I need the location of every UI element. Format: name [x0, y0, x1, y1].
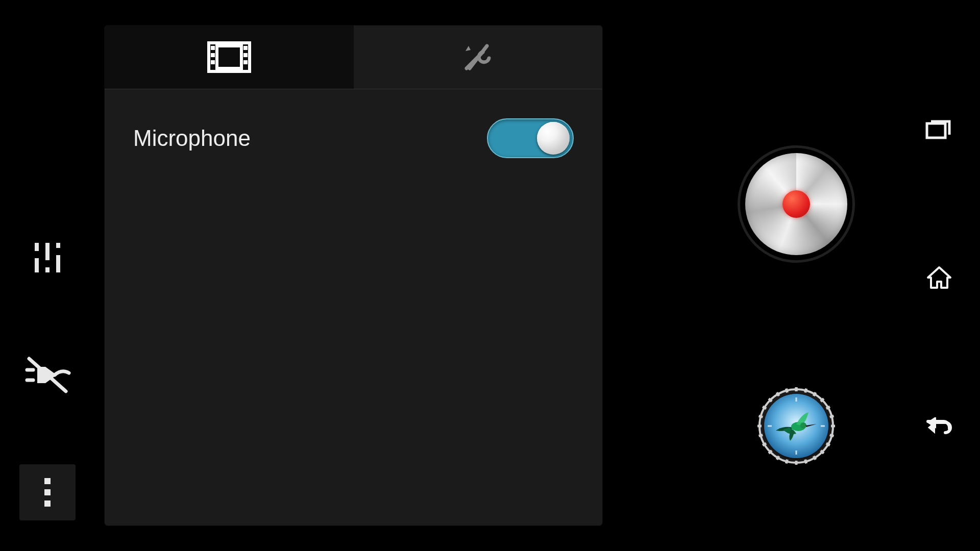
record-indicator-icon [782, 190, 810, 218]
svg-rect-17 [243, 46, 248, 50]
settings-list: Microphone [105, 89, 602, 187]
mode-switch-button[interactable] [755, 385, 837, 467]
mode-thumbnail [764, 394, 828, 458]
svg-line-43 [759, 416, 763, 417]
svg-line-31 [830, 435, 834, 436]
svg-rect-16 [211, 60, 215, 64]
svg-line-28 [826, 407, 830, 409]
recent-apps-button[interactable] [923, 112, 955, 145]
tab-video[interactable] [105, 26, 354, 89]
microphone-label: Microphone [133, 126, 251, 151]
left-quick-settings [19, 0, 76, 551]
record-button[interactable] [738, 145, 855, 263]
microphone-toggle[interactable] [487, 118, 574, 158]
flash-off-button[interactable] [19, 347, 76, 403]
tools-icon [459, 39, 496, 76]
settings-panel: Microphone [105, 26, 602, 525]
camera-app: Microphone [0, 0, 980, 551]
svg-rect-11 [44, 500, 51, 507]
svg-rect-55 [927, 123, 945, 138]
svg-line-41 [759, 435, 763, 436]
svg-rect-19 [243, 60, 248, 64]
svg-line-29 [830, 416, 834, 417]
home-button[interactable] [923, 262, 955, 294]
svg-line-47 [786, 389, 787, 393]
more-menu-icon [42, 476, 53, 509]
svg-line-40 [763, 443, 766, 445]
settings-tabs [105, 26, 602, 89]
svg-line-46 [777, 392, 779, 396]
svg-line-44 [763, 407, 766, 409]
adjustments-button[interactable] [19, 230, 76, 286]
svg-line-37 [786, 460, 787, 464]
svg-line-20 [470, 46, 487, 68]
system-navbar [919, 0, 960, 551]
capture-controls [730, 0, 863, 551]
home-icon [926, 265, 952, 291]
svg-rect-10 [44, 489, 51, 495]
svg-rect-15 [211, 53, 215, 57]
svg-rect-14 [211, 46, 215, 50]
svg-line-38 [777, 456, 779, 460]
svg-line-25 [805, 389, 806, 393]
svg-line-32 [826, 443, 830, 445]
adjustments-icon [30, 240, 65, 276]
recent-apps-icon [925, 117, 953, 140]
flash-off-icon [24, 355, 71, 395]
back-button[interactable] [923, 411, 955, 444]
svg-rect-9 [44, 478, 51, 484]
back-icon [925, 417, 953, 438]
svg-line-35 [805, 460, 806, 464]
more-menu-button[interactable] [19, 464, 76, 520]
svg-line-34 [814, 456, 816, 460]
hummingbird-icon [764, 394, 828, 458]
svg-line-8 [29, 359, 66, 391]
tab-tools[interactable] [354, 26, 603, 89]
svg-rect-13 [217, 46, 241, 68]
svg-rect-18 [243, 53, 248, 57]
film-icon [207, 41, 252, 73]
microphone-row[interactable]: Microphone [133, 108, 574, 169]
record-ring [745, 153, 847, 255]
toggle-knob [537, 122, 570, 155]
svg-line-26 [814, 392, 816, 396]
